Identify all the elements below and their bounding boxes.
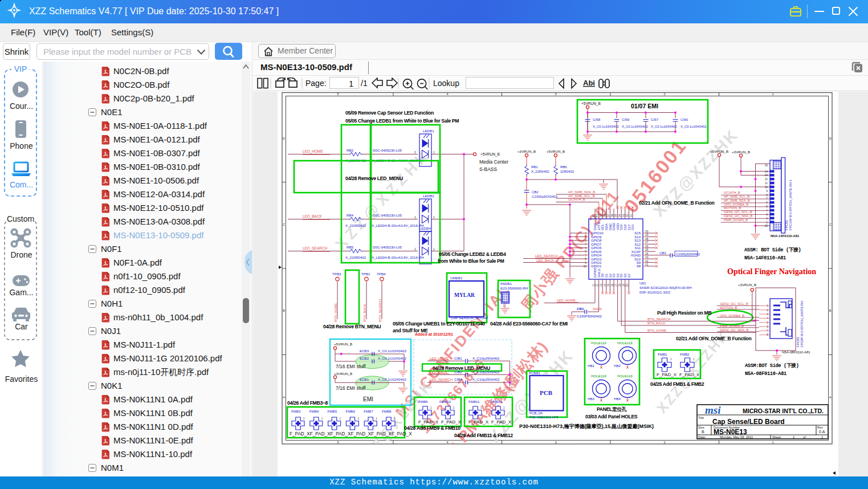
svg-text:X_220R0402: X_220R0402 — [345, 223, 366, 227]
svg-text:GPIO2: GPIO2 — [591, 261, 602, 264]
svg-text:RB6: RB6 — [560, 165, 567, 169]
svg-text:04/26 Add FMB3~8: 04/26 Add FMB3~8 — [287, 400, 328, 406]
svg-text:PADB1: PADB1 — [500, 282, 512, 286]
svg-text:35: 35 — [614, 214, 617, 217]
svg-text:01/07 EMI: 01/07 EMI — [631, 103, 658, 109]
svg-text:AP_SMB_SCL_B: AP_SMB_SCL_B — [568, 194, 595, 198]
svg-text:41: 41 — [592, 214, 595, 217]
svg-text:S3: S3 — [612, 274, 616, 278]
svg-text:FMB4: FMB4 — [309, 409, 319, 413]
svg-text:CI57: CI57 — [651, 117, 659, 121]
svg-text:X_C10p25N0402: X_C10p25N0402 — [472, 377, 500, 381]
svg-text:39: 39 — [600, 214, 602, 217]
svg-text:ECB3: ECB3 — [360, 349, 369, 353]
svg-text:OFN_DOME#_B: OFN_DOME#_B — [720, 314, 744, 317]
svg-text:22R0402: 22R0402 — [560, 170, 574, 173]
svg-text:7/16 EMI stuff: 7/16 EMI stuff — [336, 364, 366, 369]
svg-text:I2CINT#_B: I2CINT#_B — [568, 198, 585, 201]
svg-text:BTN_SEARCH: BTN_SEARCH — [378, 299, 382, 322]
svg-text:Pull High Resistor on MB: Pull High Resistor on MB — [657, 310, 711, 316]
svg-text:X_C0.1u16X0402: X_C0.1u16X0402 — [651, 125, 677, 128]
svg-text:F_PAD_X: F_PAD_X — [491, 419, 512, 425]
svg-text:CI58: CI58 — [593, 117, 601, 121]
svg-text:TPB3: TPB3 — [332, 272, 341, 276]
svg-text:GPIO10: GPIO10 — [591, 231, 604, 235]
svg-text:F_PAD_X: F_PAD_X — [468, 419, 489, 425]
svg-text:+5VRUN_B: +5VRUN_B — [581, 101, 601, 106]
svg-text:D0C-0405230-L05: D0C-0405230-L05 — [373, 213, 402, 217]
svg-text:13: 13 — [600, 284, 602, 287]
svg-text:MOTION_B: MOTION_B — [720, 306, 737, 309]
svg-text:05/09 Remove Cap Sensor LED Fu: 05/09 Remove Cap Sensor LED Function — [345, 110, 434, 116]
svg-text:+3VRUN_B: +3VRUN_B — [738, 283, 756, 287]
svg-text:5: 5 — [337, 441, 339, 444]
svg-text:2: 2 — [414, 247, 416, 251]
svg-text:F_PAD_X: F_PAD_X — [418, 419, 439, 425]
svg-text:ECB2: ECB2 — [360, 356, 369, 360]
svg-text:04/25 Add FMB1 & FMB2: 04/25 Add FMB1 & FMB2 — [650, 381, 704, 387]
svg-text:of: of — [803, 435, 806, 439]
svg-text:XCAP: XCAP — [631, 250, 641, 254]
svg-text:Title: Title — [698, 416, 704, 419]
svg-text:40: 40 — [596, 214, 598, 217]
svg-text:05/05 Change UMEB1 to E2Y-0D10: 05/05 Change UMEB1 to E2Y-0D10711-G40 — [393, 321, 485, 327]
svg-text:BTN_BACK: BTN_BACK — [363, 304, 366, 322]
svg-text:X_LED04-B-20mA3.8V_3216-RH: X_LED04-B-20mA3.8V_3216-RH — [372, 255, 424, 259]
svg-text:18: 18 — [618, 284, 621, 287]
svg-text:S16: S16 — [631, 225, 634, 230]
svg-text:5: 5 — [585, 247, 586, 250]
svg-text:1: 1 — [433, 215, 435, 219]
svg-text:33: 33 — [622, 214, 625, 217]
svg-text:HB3: HB3 — [588, 397, 595, 401]
svg-text:MYLAR: MYLAR — [454, 292, 475, 298]
svg-text:VIP: VIP — [14, 64, 27, 74]
svg-text:HB4: HB4 — [614, 397, 621, 401]
svg-text:D0C-0405230-L05: D0C-0405230-L05 — [373, 245, 402, 249]
svg-text:F_PAD_X: F_PAD_X — [441, 419, 462, 425]
svg-text:FMB9: FMB9 — [418, 400, 428, 404]
svg-text:CIB2: CIB2 — [454, 370, 462, 374]
svg-text:X_C0.1U10X0402: X_C0.1U10X0402 — [378, 377, 406, 381]
svg-text:+3VRUN_B: +3VRUN_B — [334, 372, 352, 376]
svg-text:GPIO3: GPIO3 — [591, 258, 602, 261]
svg-text:15: 15 — [765, 225, 768, 227]
svg-text:37: 37 — [607, 214, 610, 217]
svg-text:HOLE118: HOLE118 — [617, 341, 633, 345]
svg-text:4: 4 — [585, 243, 586, 246]
svg-text:LED_BACK: LED_BACK — [430, 370, 447, 374]
svg-text:RB5: RB5 — [347, 245, 354, 249]
svg-text:TPB1: TPB1 — [361, 272, 370, 276]
svg-text:16: 16 — [611, 284, 614, 287]
svg-text:AP_SMB_SDA_B: AP_SMB_SDA_B — [568, 190, 595, 194]
svg-text:B: B — [702, 430, 704, 434]
svg-text:C150P50N0402: C150P50N0402 — [577, 314, 602, 318]
svg-text:ECB1: ECB1 — [360, 377, 369, 381]
svg-text:31: 31 — [630, 214, 633, 217]
svg-text:S-BASS: S-BASS — [479, 166, 498, 172]
svg-text:C1000p50X0402: C1000p50X0402 — [676, 252, 700, 256]
svg-text:D: D — [283, 137, 285, 140]
svg-text:C: C — [283, 223, 285, 226]
svg-text:GPIO9: GPIO9 — [591, 235, 602, 239]
svg-text:21: 21 — [645, 263, 649, 266]
svg-text:3: 3 — [585, 239, 586, 242]
svg-text:1: 1 — [433, 247, 435, 251]
svg-text:PCBB1: PCBB1 — [529, 371, 541, 375]
svg-text:1: 1 — [585, 232, 586, 235]
svg-text:PWR_DOWN_B: PWR_DOWN_B — [724, 218, 748, 222]
svg-text:Rev: Rev — [817, 426, 823, 429]
svg-text:9: 9 — [766, 190, 768, 193]
svg-text:GPIO0: GPIO0 — [593, 267, 597, 278]
svg-text:N5A-08F0110-A81: N5A-08F0110-A81 — [782, 351, 810, 354]
svg-text:+3VRUN_B: +3VRUN_B — [732, 150, 750, 154]
svg-text:Date:: Date: — [698, 435, 706, 439]
svg-text:LED_HOME: LED_HOME — [557, 299, 576, 302]
svg-text:CB2: CB2 — [532, 190, 539, 194]
svg-text:Monday, May 09, 2011: Monday, May 09, 2011 — [720, 435, 753, 439]
svg-text:11: 11 — [765, 182, 768, 185]
svg-text:9: 9 — [585, 262, 586, 264]
svg-text:A: A — [283, 396, 285, 399]
svg-text:from White to Blue for Sale PM: from White to Blue for Sale PM — [438, 258, 504, 264]
svg-text:Sheet: Sheet — [772, 435, 781, 439]
svg-text:FMB6: FMB6 — [345, 409, 355, 413]
